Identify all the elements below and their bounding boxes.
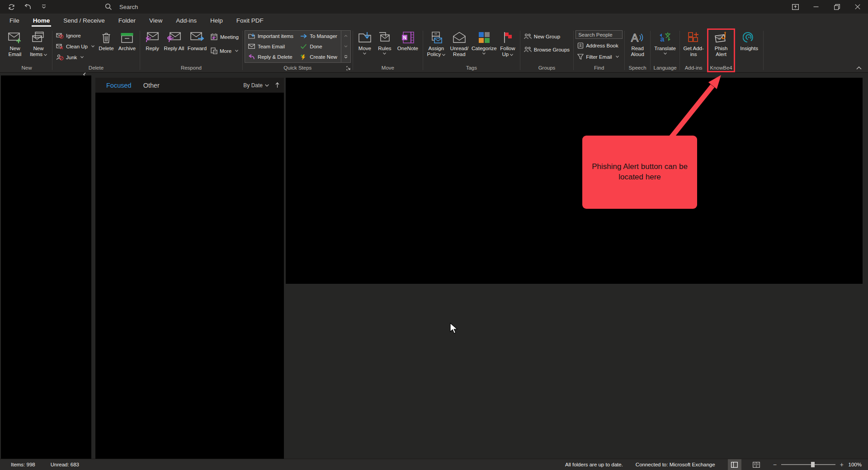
folders-status: All folders are up to date. [565, 462, 623, 467]
group-label-tags: Tags [424, 65, 519, 72]
move-button[interactable]: Move [355, 29, 375, 55]
open-envelope-icon [453, 31, 466, 44]
unread-read-button[interactable]: Unread/ Read [448, 29, 471, 58]
zoom-in-button[interactable]: + [840, 461, 844, 468]
customize-quick-access-icon[interactable] [39, 2, 49, 12]
tab-focused[interactable]: Focused [106, 82, 132, 89]
quick-step-create-new[interactable]: Create New [297, 52, 341, 62]
folder-pane[interactable] [1, 75, 91, 459]
archive-button[interactable]: Archive [116, 29, 138, 52]
filter-funnel-icon [577, 54, 584, 60]
reply-all-button[interactable]: Reply All [163, 29, 185, 52]
tab-help[interactable]: Help [203, 14, 230, 28]
tab-add-ins[interactable]: Add-ins [169, 14, 203, 28]
tab-send-receive[interactable]: Send / Receive [57, 14, 112, 28]
quick-step-important-items[interactable]: Important items [245, 31, 297, 41]
delete-button[interactable]: Delete [96, 29, 116, 52]
tab-file[interactable]: File [3, 14, 26, 28]
group-separator [520, 31, 520, 70]
assign-policy-button[interactable]: Assign Policy [425, 29, 448, 58]
tab-home[interactable]: Home [26, 14, 57, 28]
gallery-scrollbar [341, 31, 350, 62]
browse-groups-button[interactable]: Browse Groups [522, 45, 571, 54]
undo-icon[interactable] [23, 2, 33, 12]
gallery-scroll-up-icon[interactable] [341, 31, 350, 41]
filter-email-button[interactable]: Filter Email [576, 52, 623, 61]
new-email-button[interactable]: New Email [3, 29, 27, 58]
follow-up-button[interactable]: Follow Up [497, 29, 518, 58]
sort-by-date-dropdown[interactable]: By Date [243, 82, 269, 89]
restore-button[interactable] [826, 0, 847, 14]
reply-button[interactable]: Reply [142, 29, 163, 52]
meeting-icon [211, 33, 218, 40]
search-people-input[interactable] [576, 30, 623, 39]
zoom-out-button[interactable]: − [773, 461, 777, 468]
group-label-language: Language [651, 65, 679, 72]
insights-button[interactable]: Insights [737, 29, 761, 52]
new-items-button[interactable]: New Items [27, 29, 50, 58]
mouse-cursor [450, 323, 460, 334]
ribbon-display-options-icon[interactable] [785, 0, 806, 14]
ignore-button[interactable]: Ignore [54, 31, 96, 40]
translate-button[interactable]: a Translate [652, 29, 678, 55]
folder-download-icon [248, 33, 255, 39]
zoom-slider-thumb[interactable] [811, 462, 815, 467]
chevron-down-icon [44, 54, 47, 56]
address-book-button[interactable]: Address Book [576, 41, 623, 50]
quick-steps-dialog-launcher-icon[interactable] [346, 66, 351, 70]
sort-direction-icon[interactable] [275, 82, 279, 88]
reply-icon [146, 31, 159, 44]
group-language: a Translate Language [651, 28, 679, 72]
send-receive-icon[interactable] [6, 2, 16, 12]
junk-icon [56, 54, 64, 61]
delete-icon [102, 31, 111, 44]
group-separator [679, 31, 680, 70]
new-items-icon [32, 31, 45, 44]
forward-button[interactable]: Forward [185, 29, 209, 52]
group-separator [140, 31, 140, 70]
tab-foxit-pdf[interactable]: Foxit PDF [230, 14, 270, 28]
envelope-icon [248, 44, 255, 49]
annotation-callout: Phishing Alert button can be located her… [582, 136, 697, 209]
close-button[interactable] [847, 0, 868, 14]
gallery-scroll-down-icon[interactable] [341, 41, 350, 52]
zoom-slider[interactable] [781, 464, 835, 465]
clean-up-button[interactable]: Clean Up [54, 42, 96, 51]
lightning-icon [300, 54, 307, 60]
quick-step-reply-delete[interactable]: Reply & Delete [245, 52, 297, 62]
tab-other[interactable]: Other [143, 82, 160, 89]
group-separator [763, 31, 764, 70]
tab-folder[interactable]: Folder [112, 14, 142, 28]
status-bar: Items: 998 Unread: 683 All folders are u… [0, 459, 868, 470]
categorize-button[interactable]: Categorize [471, 29, 497, 55]
meeting-button[interactable]: Meeting [209, 32, 241, 42]
search-label: Search [119, 4, 138, 10]
normal-view-button[interactable] [728, 459, 741, 470]
collapse-ribbon-icon[interactable] [856, 66, 862, 70]
minimize-button[interactable] [806, 0, 826, 14]
quick-steps-gallery: Important items Team Email Reply & Delet… [245, 30, 351, 63]
group-label-groups: Groups [521, 65, 573, 72]
get-add-ins-button[interactable]: Get Add-ins [682, 29, 705, 58]
rules-button[interactable]: Rules [375, 29, 395, 55]
quick-step-done[interactable]: Done [297, 41, 341, 52]
zoom-level[interactable]: 100% [848, 462, 868, 467]
quick-step-team-email[interactable]: Team Email [245, 41, 297, 52]
more-respond-button[interactable]: More [209, 46, 241, 56]
checkmark-icon [300, 44, 307, 49]
reading-view-button[interactable] [750, 459, 763, 470]
archive-icon [121, 31, 133, 44]
read-aloud-button[interactable]: A Read Aloud [627, 29, 648, 58]
group-separator [650, 31, 651, 70]
more-icon [211, 47, 217, 54]
junk-button[interactable]: Junk [54, 52, 96, 62]
gallery-more-icon[interactable] [341, 52, 350, 62]
reading-pane[interactable] [286, 78, 863, 284]
search-bar[interactable]: Search [105, 0, 138, 14]
tab-view[interactable]: View [142, 14, 169, 28]
phish-alert-button[interactable]: Phish Alert [709, 29, 733, 58]
new-group-button[interactable]: New Group [522, 32, 571, 41]
quick-step-to-manager[interactable]: To Manager [297, 31, 341, 41]
rules-icon [378, 31, 391, 44]
onenote-button[interactable]: N OneNote [395, 29, 421, 52]
